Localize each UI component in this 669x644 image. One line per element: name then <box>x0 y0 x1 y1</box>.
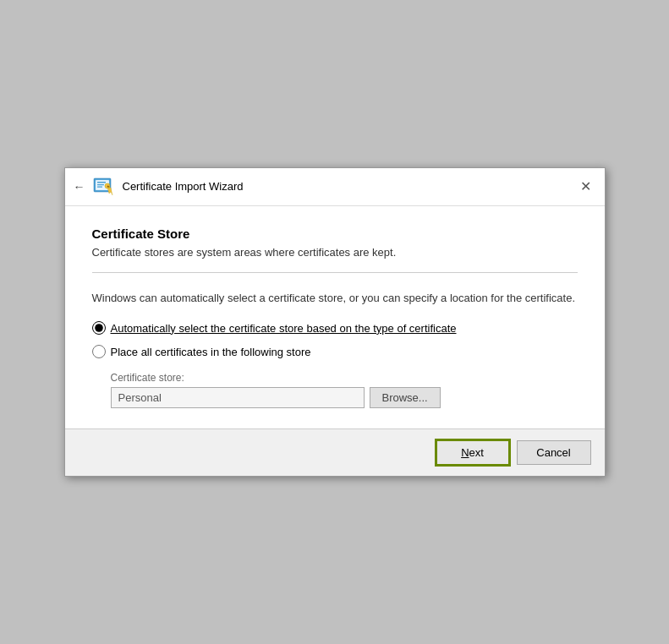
svg-text:★: ★ <box>107 183 110 188</box>
section-subtitle: Certificate stores are system areas wher… <box>92 246 578 259</box>
radio-auto[interactable] <box>92 321 106 335</box>
divider <box>92 272 578 273</box>
cert-store-input[interactable] <box>111 387 365 408</box>
description-text: Windows can automatically select a certi… <box>92 290 578 307</box>
next-button[interactable]: Next <box>436 439 510 466</box>
radio-item-manual: Place all certificates in the following … <box>92 345 578 358</box>
radio-group: Automatically select the certificate sto… <box>92 321 578 358</box>
radio-manual[interactable] <box>92 345 106 358</box>
cert-store-input-row: Browse... <box>111 387 578 408</box>
svg-rect-3 <box>97 184 104 185</box>
cancel-button[interactable]: Cancel <box>517 440 591 465</box>
close-button[interactable]: ✕ <box>575 178 596 195</box>
svg-rect-2 <box>97 182 106 183</box>
next-underline-char: Next <box>461 446 484 459</box>
svg-rect-4 <box>97 186 102 187</box>
section-title: Certificate Store <box>92 226 578 241</box>
dialog-footer: Next Cancel <box>65 428 605 476</box>
dialog-title: Certificate Import Wizard <box>123 180 244 193</box>
title-bar-left: ← ★ Certificate Import Wizard <box>74 175 244 199</box>
cert-store-label: Certificate store: <box>111 372 578 384</box>
radio-auto-label[interactable]: Automatically select the certificate sto… <box>111 322 457 335</box>
browse-button[interactable]: Browse... <box>370 387 441 408</box>
cert-store-section: Certificate store: Browse... <box>111 372 578 408</box>
radio-manual-label[interactable]: Place all certificates in the following … <box>111 346 311 358</box>
title-bar: ← ★ Certificate Import Wizard ✕ <box>65 168 605 206</box>
dialog-body: Certificate Store Certificate stores are… <box>65 206 605 429</box>
back-button[interactable]: ← <box>74 180 85 194</box>
wizard-icon: ★ <box>92 175 116 199</box>
radio-item-auto: Automatically select the certificate sto… <box>92 321 578 335</box>
certificate-import-wizard-dialog: ← ★ Certificate Import Wizard ✕ Certific… <box>64 167 606 478</box>
